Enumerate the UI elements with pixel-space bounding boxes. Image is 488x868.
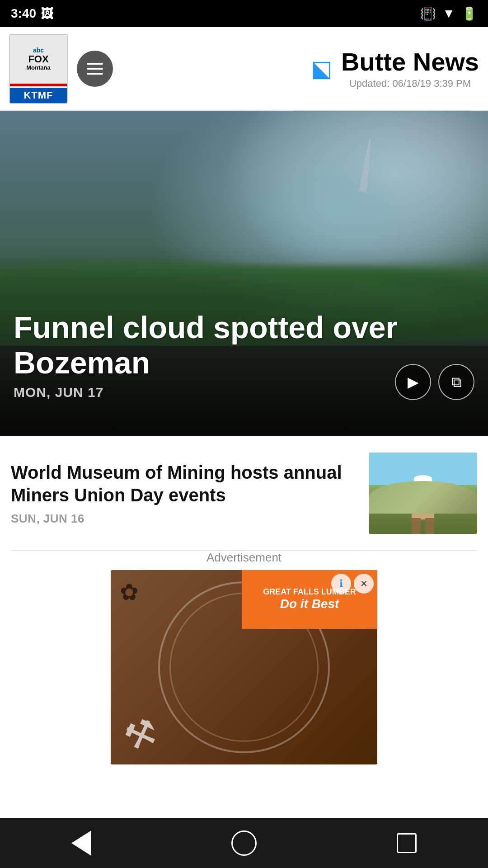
- hero-actions: ▶ ⧉: [395, 364, 474, 400]
- home-button[interactable]: [226, 825, 262, 861]
- last-updated: Updated: 06/18/19 3:39 PM: [341, 78, 479, 90]
- ad-section: Advertisement ⚒ ✿ LET'S GET GROWING SALE…: [0, 551, 488, 775]
- app-header: abc FOX Montana KTMF ⬕ Butte News Update…: [0, 27, 488, 111]
- ad-label: Advertisement: [11, 551, 477, 565]
- news-title: World Museum of Mining hosts annual Mine…: [11, 461, 358, 506]
- news-list: World Museum of Mining hosts annual Mine…: [0, 436, 488, 551]
- back-button[interactable]: [63, 825, 99, 861]
- news-thumbnail: [369, 453, 477, 534]
- recent-icon: [397, 833, 417, 853]
- back-icon: [71, 830, 91, 856]
- bottom-nav: [0, 818, 488, 868]
- info-icon: ℹ: [339, 578, 343, 590]
- hamburger-icon: [87, 63, 103, 75]
- battery-icon: 🔋: [461, 6, 477, 21]
- status-bar: 3:40 🖼 📳 ▼ 🔋: [0, 0, 488, 27]
- logo-montana-text: Montana: [26, 65, 50, 71]
- home-icon: [231, 830, 257, 856]
- menu-button[interactable]: [77, 51, 113, 87]
- logo-abc-text: abc: [26, 47, 50, 54]
- share-icon: ⧉: [451, 374, 462, 391]
- hero-section[interactable]: Funnel cloud spotted over Bozeman MON, J…: [0, 111, 488, 436]
- status-time: 3:40: [11, 6, 36, 21]
- recent-apps-button[interactable]: [389, 825, 425, 861]
- vibrate-icon: 📳: [420, 6, 436, 21]
- app-logo[interactable]: abc FOX Montana KTMF: [9, 34, 68, 104]
- ad-info-button[interactable]: ℹ: [331, 574, 351, 594]
- news-text: World Museum of Mining hosts annual Mine…: [11, 461, 358, 526]
- share-button[interactable]: ⧉: [438, 364, 474, 400]
- flower-icon: ✿: [120, 579, 139, 605]
- close-icon: ✕: [360, 578, 368, 589]
- ad-sub-brand: Do it Best: [280, 597, 339, 611]
- news-item[interactable]: World Museum of Mining hosts annual Mine…: [11, 436, 477, 551]
- page-title: Butte News: [341, 48, 479, 76]
- ad-container: ⚒ ✿ LET'S GET GROWING SALE GREAT FALLS L…: [111, 570, 377, 764]
- logo-ktmf-text: KTMF: [10, 88, 67, 103]
- cast-icon[interactable]: ⬕: [311, 56, 332, 82]
- logo-fox-text: FOX: [26, 54, 50, 65]
- video-button[interactable]: ▶: [395, 364, 431, 400]
- news-date: SUN, JUN 16: [11, 512, 358, 526]
- ad-close-button[interactable]: ✕: [354, 574, 374, 594]
- video-icon: ▶: [408, 373, 419, 391]
- image-icon: 🖼: [41, 6, 53, 21]
- wifi-icon: ▼: [442, 6, 455, 21]
